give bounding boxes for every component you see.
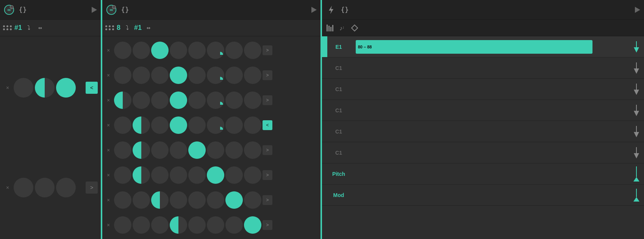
grid-cell[interactable] [133,166,150,184]
grid-cell[interactable] [151,67,169,84]
row-knob[interactable] [629,147,644,158]
expand-icon[interactable]: ⇔ [36,23,45,33]
grid-cell[interactable] [114,191,131,209]
row-arrow-right[interactable]: > [263,145,272,155]
bolt-icon[interactable] [326,5,336,15]
grid-cell[interactable] [244,116,261,134]
grid-cell[interactable] [188,42,206,59]
grid-cell[interactable] [244,67,261,84]
roll-row-note[interactable]: C1 [327,150,350,156]
grid-cell[interactable] [188,216,206,234]
expand-icon[interactable]: ⇔ [144,23,153,33]
note-block[interactable]: 80 – 88 [356,40,593,54]
roll-row-bar[interactable] [350,57,629,78]
roll-row-note[interactable]: Pitch [327,171,350,177]
grid-cell[interactable] [244,166,261,184]
grid-cell[interactable] [114,92,131,109]
grid-cell[interactable] [170,191,187,209]
grid-cell[interactable] [225,92,243,109]
roll-row-bar[interactable] [350,142,629,163]
row-arrow-right[interactable]: > [263,170,272,180]
grid-cell[interactable] [114,67,131,84]
grid-cell[interactable] [133,191,150,209]
row-arrow-left[interactable]: < [86,82,98,94]
row-knob[interactable] [629,105,644,116]
row-arrow-right[interactable]: > [263,220,272,230]
grid-cell[interactable] [133,116,150,134]
grid-cell[interactable] [170,216,187,234]
grid-cell[interactable] [225,216,243,234]
grid-cell[interactable] [114,141,131,159]
row-knob[interactable] [629,84,644,95]
grid-cell[interactable] [225,67,243,84]
bars-icon[interactable] [326,23,335,33]
grid-cell[interactable] [151,116,169,134]
braces-icon[interactable]: {} [17,5,28,15]
grid-cell[interactable] [133,216,150,234]
grid-cell[interactable] [14,78,33,98]
row-x-icon[interactable]: × [104,121,113,130]
snake-icon[interactable]: ∞ × [106,5,117,15]
grid-cell[interactable] [133,92,150,109]
grid-cell[interactable] [14,178,33,197]
grid-cell[interactable] [244,216,261,234]
grid-cell[interactable] [207,92,224,109]
grid-cell[interactable] [188,166,206,184]
grid-cell[interactable] [188,92,206,109]
grid-cell[interactable] [207,141,224,159]
grid-cell[interactable] [35,178,55,197]
row-arrow-right[interactable]: > [86,182,98,194]
grid-cell[interactable] [170,116,187,134]
row-arrow-right[interactable]: > [263,70,272,80]
grid-cell[interactable] [188,67,206,84]
grid-cell[interactable] [35,78,55,98]
row-knob[interactable] [629,62,644,74]
arrow-in-icon[interactable]: ⤵ [24,23,33,33]
row-knob[interactable] [629,41,644,53]
grid-cell[interactable] [225,42,243,59]
roll-row-note[interactable]: C1 [327,107,350,113]
roll-row-bar[interactable] [350,185,629,205]
dots-icon[interactable] [3,23,12,33]
row-x-icon[interactable]: × [104,96,113,105]
row-x-icon[interactable]: × [104,71,113,80]
grid-cell[interactable] [114,42,131,59]
grid-cell[interactable] [170,141,187,159]
roll-row-bar[interactable] [350,163,629,184]
roll-row-note[interactable]: E1 [327,44,350,50]
play-button[interactable] [92,7,97,13]
roll-row-note[interactable]: C1 [327,86,350,92]
row-arrow-right[interactable]: > [263,45,272,55]
grid-cell[interactable] [133,67,150,84]
dots-icon[interactable] [105,23,114,33]
grid-cell[interactable] [151,42,169,59]
braces-icon[interactable]: {} [339,5,350,15]
grid-cell[interactable] [133,42,150,59]
arrow-in-icon[interactable]: ⤵ [123,23,132,33]
grid-cell[interactable] [151,216,169,234]
row-x-icon[interactable]: × [104,46,113,55]
roll-row-bar[interactable] [350,100,629,121]
play-button[interactable] [311,7,317,13]
grid-cell[interactable] [151,141,169,159]
row-x-icon[interactable]: × [3,85,12,91]
roll-row-note[interactable]: C1 [327,65,350,71]
row-arrow-right[interactable]: > [263,95,272,105]
grid-cell[interactable] [225,141,243,159]
grid-cell[interactable] [170,92,187,109]
row-arrow-left[interactable]: < [263,120,272,130]
grid-cell[interactable] [244,92,261,109]
roll-row-bar[interactable] [350,79,629,99]
grid-cell[interactable] [188,191,206,209]
row-x-icon[interactable]: × [104,171,113,180]
grid-cell[interactable] [56,78,76,98]
grid-cell[interactable] [56,178,76,197]
grid-cell[interactable] [188,141,206,159]
grid-cell[interactable] [151,92,169,109]
roll-row-bar[interactable]: 80 – 88 [350,36,629,57]
play-button[interactable] [635,7,640,13]
grid-cell[interactable] [225,116,243,134]
grid-cell[interactable] [207,116,224,134]
roll-row-note[interactable]: C1 [327,129,350,135]
row-x-icon[interactable]: × [104,220,113,230]
